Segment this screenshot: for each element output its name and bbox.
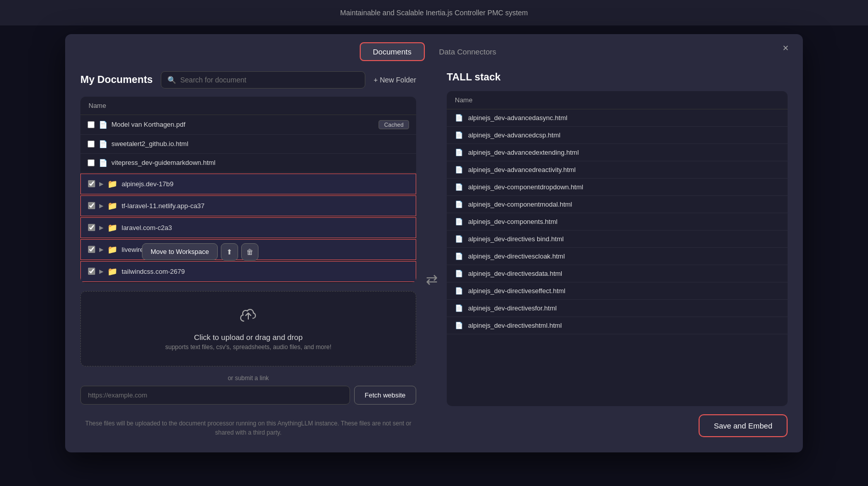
doc-item-2[interactable]: 📄 sweetalert2_github.io.html bbox=[80, 135, 416, 154]
chevron-icon-8: ▶ bbox=[99, 268, 103, 275]
trash-icon: 🗑 bbox=[246, 248, 253, 256]
new-folder-button[interactable]: + New Folder bbox=[373, 76, 416, 84]
right-file-icon-10: 📄 bbox=[455, 270, 463, 277]
file-icon-3: 📄 bbox=[99, 159, 107, 167]
upload-to-workspace-button[interactable]: ⬆ bbox=[221, 243, 238, 261]
workspace-title: TALL stack bbox=[447, 71, 501, 83]
doc-checkbox-2[interactable] bbox=[88, 140, 95, 148]
cached-badge-1: Cached bbox=[379, 120, 409, 129]
url-input[interactable] bbox=[80, 386, 350, 405]
right-doc-name-3: alpinejs_dev-advancedextending.html bbox=[468, 149, 579, 156]
right-doc-item-8[interactable]: 📄 alpinejs_dev-directives bind.html bbox=[447, 231, 788, 248]
right-doc-name-1: alpinejs_dev-advancedasync.html bbox=[468, 114, 567, 122]
doc-item-7[interactable]: ▶ 📁 livewire.laravel.com-6c6d Move to Wo… bbox=[80, 239, 416, 260]
doc-item-8[interactable]: ▶ 📁 tailwindcss.com-2679 bbox=[80, 261, 416, 282]
right-doc-item-13[interactable]: 📄 alpinejs_dev-directiveshtml.html bbox=[447, 317, 788, 334]
tab-data-connectors[interactable]: Data Connectors bbox=[427, 43, 509, 60]
context-menu: Move to Workspace ⬆ 🗑 bbox=[142, 243, 258, 261]
link-section: or submit a link Fetch website bbox=[80, 375, 416, 405]
search-box: 🔍 bbox=[161, 71, 365, 89]
right-file-icon-13: 📄 bbox=[455, 322, 463, 329]
transfer-column: ⇄ bbox=[416, 71, 447, 437]
upload-cloud-icon bbox=[96, 307, 400, 329]
doc-checkbox-3[interactable] bbox=[88, 159, 95, 166]
chevron-icon-7: ▶ bbox=[99, 246, 103, 253]
right-doc-item-5[interactable]: 📄 alpinejs_dev-componentdropdown.html bbox=[447, 179, 788, 196]
right-doc-item-9[interactable]: 📄 alpinejs_dev-directivescloak.html bbox=[447, 248, 788, 265]
doc-checkbox-1[interactable] bbox=[88, 121, 95, 128]
right-file-icon-2: 📄 bbox=[455, 131, 463, 139]
right-doc-item-3[interactable]: 📄 alpinejs_dev-advancedextending.html bbox=[447, 144, 788, 161]
right-doc-name-5: alpinejs_dev-componentdropdown.html bbox=[468, 183, 583, 191]
right-doc-item-12[interactable]: 📄 alpinejs_dev-directivesfor.html bbox=[447, 300, 788, 317]
search-icon: 🔍 bbox=[167, 76, 176, 84]
tab-documents[interactable]: Documents bbox=[360, 42, 425, 61]
doc-item-5[interactable]: ▶ 📁 tf-laravel-11.netlify.app-ca37 bbox=[80, 195, 416, 216]
delete-document-button[interactable]: 🗑 bbox=[241, 243, 258, 261]
fetch-website-button[interactable]: Fetch website bbox=[354, 386, 416, 405]
file-icon-2: 📄 bbox=[99, 140, 107, 148]
right-doc-name-7: alpinejs_dev-components.html bbox=[468, 218, 558, 225]
folder-icon-5: 📁 bbox=[107, 201, 118, 211]
left-title: My Documents bbox=[80, 74, 153, 85]
transfer-arrows-icon: ⇄ bbox=[426, 271, 438, 288]
document-list: Name 📄 Model van Korthagen.pdf Cached 📄 … bbox=[80, 97, 416, 283]
folder-icon-6: 📁 bbox=[107, 223, 118, 233]
link-label: or submit a link bbox=[80, 375, 416, 382]
folder-icon-4: 📁 bbox=[107, 179, 118, 189]
folder-icon-8: 📁 bbox=[107, 267, 118, 276]
search-input[interactable] bbox=[180, 76, 359, 84]
upload-workspace-icon: ⬆ bbox=[226, 248, 233, 256]
right-doc-name-4: alpinejs_dev-advancedreactivity.html bbox=[468, 166, 575, 174]
doc-name-5: tf-laravel-11.netlify.app-ca37 bbox=[122, 202, 409, 210]
right-panel: TALL stack Name 📄 alpinejs_dev-advanceda… bbox=[447, 71, 788, 437]
right-doc-item-11[interactable]: 📄 alpinejs_dev-directiveseffect.html bbox=[447, 282, 788, 300]
right-doc-item-2[interactable]: 📄 alpinejs_dev-advancedcsp.html bbox=[447, 127, 788, 144]
right-file-icon-5: 📄 bbox=[455, 183, 463, 191]
upload-zone[interactable]: Click to upload or drag and drop support… bbox=[80, 291, 416, 366]
right-file-icon-6: 📄 bbox=[455, 201, 463, 208]
right-doc-item-10[interactable]: 📄 alpinejs_dev-directivesdata.html bbox=[447, 265, 788, 282]
doc-checkbox-6[interactable] bbox=[88, 224, 95, 231]
right-doc-name-9: alpinejs_dev-directivescloak.html bbox=[468, 252, 565, 260]
doc-item-3[interactable]: 📄 vitepress_dev-guidemarkdown.html bbox=[80, 154, 416, 173]
doc-list-header: Name bbox=[80, 97, 416, 115]
right-doc-list-header: Name bbox=[447, 91, 788, 109]
right-doc-item-6[interactable]: 📄 alpinejs_dev-componentmodal.html bbox=[447, 196, 788, 213]
right-doc-item-7[interactable]: 📄 alpinejs_dev-components.html bbox=[447, 213, 788, 231]
doc-item-4[interactable]: ▶ 📁 alpinejs.dev-17b9 bbox=[80, 174, 416, 194]
doc-item-6[interactable]: ▶ 📁 laravel.com-c2a3 bbox=[80, 217, 416, 238]
doc-checkbox-8[interactable] bbox=[88, 268, 95, 275]
link-row: Fetch website bbox=[80, 386, 416, 405]
doc-name-6: laravel.com-c2a3 bbox=[122, 224, 409, 232]
right-document-list: Name 📄 alpinejs_dev-advancedasync.html 📄… bbox=[447, 91, 788, 406]
doc-checkbox-5[interactable] bbox=[88, 202, 95, 209]
right-doc-name-6: alpinejs_dev-componentmodal.html bbox=[468, 201, 572, 208]
save-and-embed-button[interactable]: Save and Embed bbox=[699, 414, 788, 437]
move-to-workspace-button[interactable]: Move to Workspace bbox=[142, 243, 218, 260]
right-file-icon-1: 📄 bbox=[455, 114, 463, 122]
right-file-icon-9: 📄 bbox=[455, 252, 463, 260]
right-file-icon-8: 📄 bbox=[455, 235, 463, 243]
doc-name-4: alpinejs.dev-17b9 bbox=[122, 180, 409, 188]
chevron-icon-5: ▶ bbox=[99, 203, 103, 209]
right-doc-name-10: alpinejs_dev-directivesdata.html bbox=[468, 270, 562, 277]
doc-item-1[interactable]: 📄 Model van Korthagen.pdf Cached bbox=[80, 115, 416, 135]
doc-name-8: tailwindcss.com-2679 bbox=[122, 268, 409, 275]
right-doc-item-1[interactable]: 📄 alpinejs_dev-advancedasync.html bbox=[447, 109, 788, 127]
right-doc-name-8: alpinejs_dev-directives bind.html bbox=[468, 235, 564, 243]
right-file-icon-3: 📄 bbox=[455, 149, 463, 156]
close-button[interactable]: × bbox=[778, 40, 793, 56]
left-header: My Documents 🔍 + New Folder bbox=[80, 71, 416, 89]
doc-checkbox-4[interactable] bbox=[88, 180, 95, 187]
right-doc-name-11: alpinejs_dev-directiveseffect.html bbox=[468, 287, 565, 295]
right-header: TALL stack bbox=[447, 71, 788, 83]
modal: Documents Data Connectors × My Documents… bbox=[65, 34, 803, 452]
doc-checkbox-7[interactable] bbox=[88, 246, 95, 253]
chevron-icon-6: ▶ bbox=[99, 224, 103, 231]
right-doc-item-4[interactable]: 📄 alpinejs_dev-advancedreactivity.html bbox=[447, 161, 788, 179]
right-file-icon-11: 📄 bbox=[455, 287, 463, 295]
modal-body: My Documents 🔍 + New Folder Name 📄 Model… bbox=[65, 61, 803, 452]
background-title: Maintainable and Scalable Inertia.js Con… bbox=[340, 9, 528, 17]
right-file-icon-7: 📄 bbox=[455, 218, 463, 225]
